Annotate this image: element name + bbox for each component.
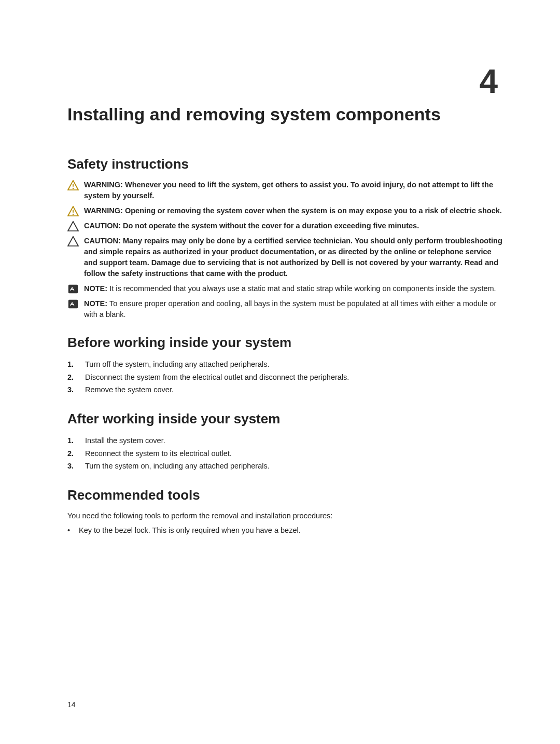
note-callout-1: NOTE: It is recommended that you always … [67,283,503,294]
note-icon [67,299,79,309]
list-item: Remove the system cover. [67,383,503,396]
heading-before: Before working inside your system [67,335,503,351]
list-item: Reconnect the system to its electrical o… [67,447,503,460]
warning-icon [67,180,79,190]
note-callout-2: NOTE: To ensure proper operation and coo… [67,298,503,320]
warning-text-1: WARNING: Whenever you need to lift the s… [84,180,503,201]
caution-callout-2: CAUTION: Many repairs may only be done b… [67,236,503,279]
list-item: Turn off the system, including any attac… [67,358,503,371]
heading-safety: Safety instructions [67,156,503,172]
page: 4 Installing and removing system compone… [0,0,560,534]
caution-icon [67,221,79,231]
page-title: Installing and removing system component… [67,104,503,125]
caution-text-2: CAUTION: Many repairs may only be done b… [84,236,503,279]
before-steps: Turn off the system, including any attac… [67,358,503,396]
list-item: Turn the system on, including any attach… [67,460,503,473]
note-text-2: NOTE: To ensure proper operation and coo… [84,298,503,320]
list-item: Disconnect the system from the electrica… [67,371,503,384]
warning-icon [67,206,79,216]
caution-text-1: CAUTION: Do not operate the system witho… [84,221,503,231]
page-number: 14 [67,700,76,709]
warning-callout-2: WARNING: Opening or removing the system … [67,205,503,216]
warning-text-2: WARNING: Opening or removing the system … [84,205,503,216]
tools-bullets: Key to the bezel lock. This is only requ… [67,526,503,534]
caution-callout-1: CAUTION: Do not operate the system witho… [67,221,503,231]
heading-tools: Recommended tools [67,487,503,503]
caution-icon [67,236,79,246]
chapter-number: 4 [479,62,498,101]
list-item: Key to the bezel lock. This is only requ… [67,526,503,534]
note-icon [67,284,79,294]
svg-point-3 [73,214,74,215]
list-item: Install the system cover. [67,434,503,447]
tools-intro: You need the following tools to perform … [67,511,503,522]
note-text-1: NOTE: It is recommended that you always … [84,283,503,294]
warning-callout-1: WARNING: Whenever you need to lift the s… [67,180,503,201]
after-steps: Install the system cover. Reconnect the … [67,434,503,473]
heading-after: After working inside your system [67,411,503,427]
svg-point-1 [73,188,74,189]
